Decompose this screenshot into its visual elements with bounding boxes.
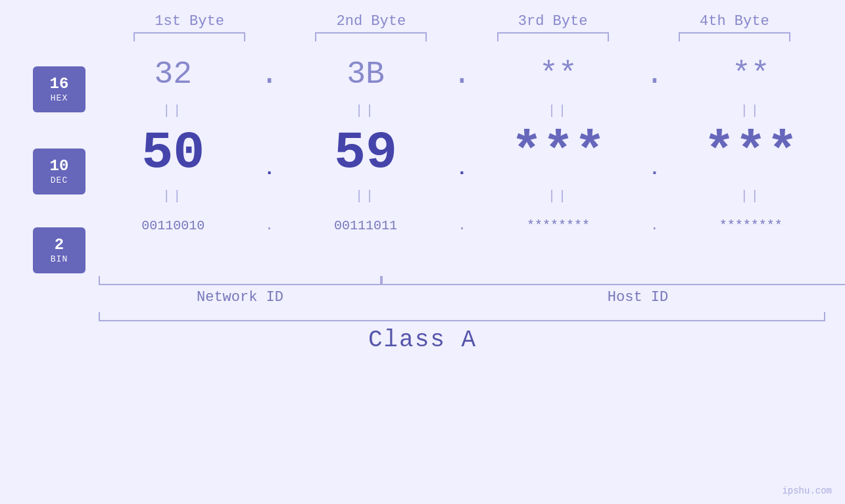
dec-row: 50 . 59 . *** . *** — [99, 120, 825, 186]
dec-v1: 50 — [107, 127, 239, 179]
network-id-bracket: Network ID — [99, 276, 381, 306]
host-bracket-line — [381, 276, 845, 285]
top-brackets-row — [0, 32, 845, 41]
bin-v2: 00111011 — [300, 218, 431, 233]
badges-column: 16 HEX 10 DEC 2 BIN — [0, 48, 99, 273]
dec-d2: . — [448, 159, 475, 179]
dec-d1: . — [256, 159, 283, 179]
byte-headers-row: 1st Byte 2nd Byte 3rd Byte 4th Byte — [0, 13, 845, 30]
hex-v2: 3B — [300, 57, 431, 92]
sep-1-c3: || — [493, 103, 624, 118]
watermark: ipshu.com — [782, 486, 832, 496]
bin-d3: . — [641, 218, 667, 233]
bin-row: 00110010 . 00111011 . ******** . — [99, 206, 825, 245]
bin-d2: . — [448, 218, 475, 233]
byte-3-header: 3rd Byte — [487, 13, 619, 30]
bottom-section: Network ID Host ID — [0, 276, 845, 306]
hex-v4: ** — [685, 57, 817, 92]
bin-d1: . — [256, 218, 283, 233]
dec-badge: 10 DEC — [33, 149, 85, 195]
host-id-label: Host ID — [608, 289, 668, 306]
class-a-row: Class A — [0, 327, 845, 354]
sep-2-c4: || — [685, 189, 817, 204]
bin-v3: ******** — [493, 218, 624, 233]
byte-2-header: 2nd Byte — [305, 13, 437, 30]
bin-v1: 00110010 — [107, 218, 239, 233]
bin-badge: 2 BIN — [33, 227, 85, 273]
sep-2-c2: || — [300, 189, 431, 204]
sep-2-c3: || — [493, 189, 624, 204]
bottom-brackets: Network ID Host ID — [99, 276, 825, 306]
bin-badge-num: 2 — [55, 237, 64, 254]
hex-d1: . — [256, 57, 283, 92]
dec-d3: . — [641, 159, 667, 179]
bin-badge-label: BIN — [51, 254, 68, 264]
sep-1-c2: || — [300, 103, 431, 118]
hex-row: 32 . 3B . ** . ** — [99, 48, 825, 101]
sep-row-2: || || || || — [99, 186, 825, 206]
bin-v4: ******** — [685, 218, 817, 233]
dec-badge-num: 10 — [50, 158, 69, 175]
network-bracket-line — [99, 276, 381, 285]
values-grid: 32 . 3B . ** . ** — [99, 48, 845, 273]
hex-v1: 32 — [107, 57, 239, 92]
sep-row-1: || || || || — [99, 101, 825, 120]
class-a-label: Class A — [368, 327, 477, 354]
bracket-1 — [124, 32, 255, 41]
sep-1-c1: || — [107, 103, 239, 118]
hex-badge-num: 16 — [50, 76, 69, 93]
bracket-4 — [669, 32, 800, 41]
byte-1-header: 1st Byte — [124, 13, 255, 30]
hex-d2: . — [448, 57, 475, 92]
sep-1-c4: || — [685, 103, 817, 118]
bracket-2 — [305, 32, 437, 41]
sep-2-c1: || — [107, 189, 239, 204]
full-bottom-bracket-row — [0, 312, 845, 321]
host-id-bracket: Host ID — [381, 276, 845, 306]
bracket-3 — [487, 32, 619, 41]
main-grid: 16 HEX 10 DEC 2 BIN 32 . — [0, 48, 845, 273]
dec-badge-label: DEC — [51, 175, 68, 185]
hex-badge-label: HEX — [51, 93, 68, 103]
hex-v3: ** — [493, 57, 624, 92]
dec-v2: 59 — [300, 127, 431, 179]
byte-4-header: 4th Byte — [669, 13, 800, 30]
full-bracket-line — [99, 312, 825, 321]
hex-badge: 16 HEX — [33, 66, 85, 112]
dec-v3: *** — [493, 127, 624, 179]
network-id-label: Network ID — [197, 289, 283, 306]
main-container: 1st Byte 2nd Byte 3rd Byte 4th Byte 16 H… — [0, 0, 845, 504]
hex-d3: . — [641, 57, 667, 92]
dec-v4: *** — [685, 127, 817, 179]
